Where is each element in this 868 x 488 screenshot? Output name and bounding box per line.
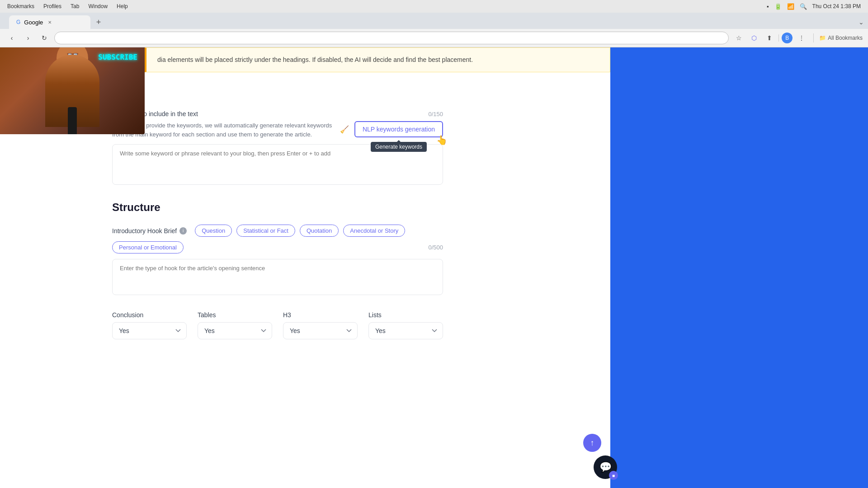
share-icon[interactable]: ⬆ [763, 32, 776, 44]
hook-label: Introductory Hook Brief i [112, 227, 187, 235]
h3-label: H3 [283, 311, 358, 319]
tab-bar: G Google ✕ + ⌄ [0, 13, 868, 29]
info-banner: dia elements will be placed strictly und… [145, 47, 610, 72]
bookmark-star-icon[interactable]: ☆ [732, 32, 745, 44]
menu-bookmarks[interactable]: Bookmarks [7, 3, 34, 9]
subscribe-badge: SUBSCRIBE [98, 53, 137, 61]
info-banner-text: dia elements will be placed strictly und… [157, 56, 473, 63]
extension-icon[interactable]: ⬡ [748, 32, 760, 44]
tables-label: Tables [198, 311, 272, 319]
macos-menubar: Bookmarks Profiles Tab Window Help ▪ 🔋 📶… [0, 0, 868, 13]
active-tab[interactable]: G Google ✕ [9, 15, 90, 29]
seo-title: SEO [112, 87, 443, 99]
divider [778, 34, 779, 42]
menu-help[interactable]: Help [117, 3, 128, 9]
structure-section: Structure Introductory Hook Brief i Ques… [112, 201, 443, 339]
tables-dropdown[interactable]: Yes No [198, 322, 272, 339]
chat-widget[interactable]: 💬 ■ [594, 455, 617, 479]
address-input[interactable] [54, 32, 729, 44]
nlp-button-wrapper: NLP keywords generation Generate keyword… [354, 121, 443, 137]
hook-tag-anecdotal[interactable]: Anecdotal or Story [343, 225, 405, 237]
options-grid: Conclusion Yes No Tables Yes No [112, 311, 443, 339]
chat-toggle-icon: ■ [612, 473, 615, 478]
hook-label-text: Introductory Hook Brief [112, 227, 177, 235]
tab-close-button[interactable]: ✕ [47, 19, 53, 25]
hook-count: 0/500 [428, 244, 443, 251]
lists-label: Lists [368, 311, 443, 319]
hook-info-icon[interactable]: i [179, 227, 187, 235]
content-area: 👓 SUBSCRIBE dia elements will be placed … [0, 47, 610, 488]
tab-title: Google [24, 19, 43, 26]
hook-tag-personal[interactable]: Personal or Emotional [112, 241, 184, 253]
address-bar-row: ‹ › ↻ ☆ ⬡ ⬆ B ⋮ 📁 All Bookmarks [0, 29, 868, 47]
battery-icon: 🔋 [774, 3, 782, 10]
all-bookmarks-link[interactable]: 📁 All Bookmarks [819, 35, 863, 41]
keywords-row: If you do not provide the keywords, we w… [112, 121, 443, 139]
lists-dropdown[interactable]: Yes No [368, 322, 443, 339]
toolbar-icons: ☆ ⬡ ⬆ B ⋮ [732, 32, 808, 44]
chat-toggle-button[interactable]: ■ [609, 471, 618, 480]
menu-profiles[interactable]: Profiles [43, 3, 61, 9]
hook-tag-statistical[interactable]: Statistical or Fact [236, 225, 295, 237]
chat-icon: 💬 [599, 461, 612, 473]
new-tab-button[interactable]: + [92, 16, 105, 28]
cursor-icon: 👆 [436, 135, 448, 145]
search-icon[interactable]: 🔍 [800, 3, 807, 10]
all-bookmarks-label: All Bookmarks [828, 35, 863, 41]
clock: Thu Oct 24 1:38 PM [812, 3, 861, 9]
structure-title: Structure [112, 201, 443, 214]
keywords-actions: 🧹 NLP keywords generation Generate keywo… [338, 121, 443, 137]
scroll-up-button[interactable]: ↑ [583, 434, 601, 452]
more-menu-icon[interactable]: ⋮ [795, 32, 808, 44]
conclusion-dropdown[interactable]: Yes No [112, 322, 187, 339]
tables-field: Tables Yes No [198, 311, 272, 339]
wifi-icon: 📶 [787, 3, 794, 10]
lists-field: Lists Yes No [368, 311, 443, 339]
h3-dropdown[interactable]: Yes No [283, 322, 358, 339]
nlp-tooltip: Generate keywords [371, 142, 427, 152]
keywords-field-label: Keywords to include in the text 0/150 [112, 110, 443, 117]
right-panel [610, 47, 868, 488]
browser-chrome: G Google ✕ + ⌄ ‹ › ↻ ☆ ⬡ ⬆ B ⋮ 📁 All Boo… [0, 13, 868, 47]
tab-favicon: G [16, 19, 20, 25]
hook-textarea[interactable] [112, 259, 443, 295]
keywords-count: 0/150 [428, 111, 443, 117]
keywords-description: If you do not provide the keywords, we w… [112, 121, 333, 139]
menu-window[interactable]: Window [88, 3, 108, 9]
profile-icon[interactable]: B [782, 33, 793, 43]
microphone-stand [68, 107, 77, 134]
system-tray: ▪ 🔋 📶 🔍 Thu Oct 24 1:38 PM [767, 3, 861, 10]
hook-tag-question[interactable]: Question [195, 225, 232, 237]
back-button[interactable]: ‹ [5, 32, 18, 44]
menu-tab[interactable]: Tab [71, 3, 79, 9]
conclusion-field: Conclusion Yes No [112, 311, 187, 339]
video-overlay: 👓 SUBSCRIBE [0, 47, 145, 134]
webcam-feed: 👓 SUBSCRIBE [0, 47, 145, 134]
main-wrapper: 👓 SUBSCRIBE dia elements will be placed … [0, 47, 868, 488]
h3-field: H3 Yes No [283, 311, 358, 339]
erase-button[interactable]: 🧹 [338, 123, 351, 136]
vertical-divider [813, 33, 814, 42]
tab-collapse-button[interactable]: ⌄ [854, 19, 868, 26]
nlp-keywords-button[interactable]: NLP keywords generation [354, 121, 443, 137]
control-center-icon[interactable]: ▪ [767, 3, 769, 10]
forward-button[interactable]: › [22, 32, 34, 44]
hook-tag-quotation[interactable]: Quotation [300, 225, 339, 237]
seo-section: SEO Keywords to include in the text 0/15… [112, 87, 443, 187]
hook-row: Introductory Hook Brief i Question Stati… [112, 225, 443, 253]
conclusion-label: Conclusion [112, 311, 187, 319]
menu-items[interactable]: Bookmarks Profiles Tab Window Help [7, 3, 128, 9]
scroll-up-icon: ↑ [590, 438, 594, 448]
bookmarks-folder-icon: 📁 [819, 35, 826, 41]
reload-button[interactable]: ↻ [38, 32, 51, 44]
